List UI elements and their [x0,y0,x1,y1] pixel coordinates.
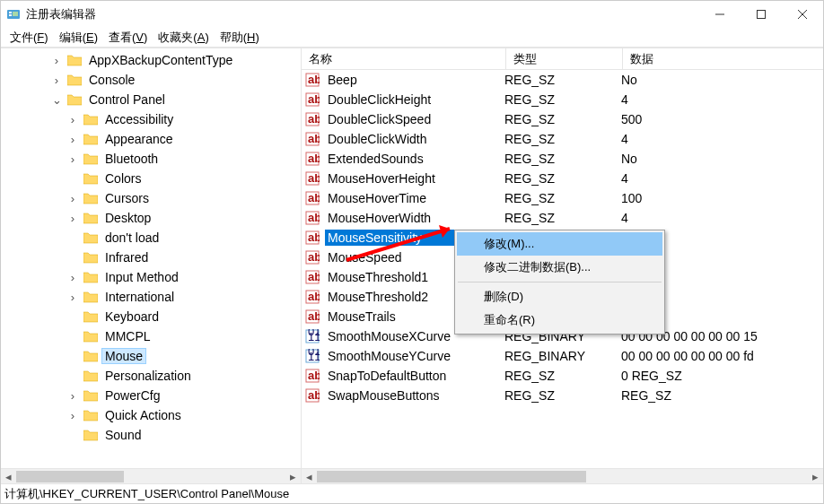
value-type: REG_SZ [504,92,621,107]
value-row[interactable]: abMouseHoverWidthREG_SZ4 [302,208,823,228]
value-name: SnapToDefaultButton [325,368,504,384]
scroll-right-icon[interactable]: ▸ [808,469,823,484]
svg-text:110: 110 [308,330,320,343]
scroll-thumb[interactable] [16,471,124,482]
scroll-track[interactable] [317,469,808,484]
menu-edit[interactable]: 编辑(E) [54,28,103,48]
svg-rect-3 [13,12,18,16]
value-row[interactable]: abMouseHoverHeightREG_SZ4 [302,169,823,188]
value-row[interactable]: abSwapMouseButtonsREG_SZ REG_SZ [302,386,823,405]
column-header-type[interactable]: 类型 [506,48,623,69]
tree-item[interactable]: ⌄Control Panel [1,90,301,109]
ctx-delete[interactable]: 删除(D) [457,285,662,308]
expand-icon[interactable]: › [66,192,80,205]
value-name: SmoothMouseYCurve [325,348,504,364]
expand-icon[interactable]: › [66,389,80,403]
tree-item[interactable]: Sound [1,425,301,445]
tree-item[interactable]: Infrared [1,248,301,267]
scroll-thumb[interactable] [317,471,586,482]
value-data: 0 REG_SZ [621,369,823,383]
tree-label: Control Panel [85,91,169,108]
tree-item[interactable]: ›Input Method [1,267,301,287]
list-scrollbar-h[interactable]: ◂ ▸ [302,468,823,483]
svg-text:ab: ab [308,250,320,264]
value-type: REG_BINARY [504,349,621,363]
app-icon [6,7,21,22]
value-row[interactable]: abSnapToDefaultButtonREG_SZ0 REG_SZ [302,366,823,386]
value-data: 4 [621,171,823,186]
column-header-name[interactable]: 名称 [302,48,506,69]
tree-label: International [101,289,178,305]
tree-label: Accessibility [101,111,177,127]
tree-item[interactable]: ›Appearance [1,129,301,149]
value-data: 4 [621,132,823,146]
tree-item[interactable]: ›International [1,287,301,307]
expand-icon[interactable]: › [66,212,80,225]
list-pane: 名称 类型 数据 abBeepREG_SZNoabDoubleClickHeig… [302,48,823,483]
tree-label: Bluetooth [101,151,162,167]
tree-label: AppXBackupContentType [85,52,236,68]
tree-item[interactable]: ›Accessibility [1,109,301,129]
value-row[interactable]: abDoubleClickSpeedREG_SZ500 [302,109,823,129]
value-name: MouseHoverWidth [325,210,504,226]
expand-icon[interactable]: › [66,291,80,304]
svg-rect-2 [9,14,12,16]
ctx-rename[interactable]: 重命名(R) [457,308,662,332]
expand-icon[interactable]: › [66,271,80,284]
value-row[interactable]: abMouseHoverTimeREG_SZ100 [302,188,823,208]
tree-scrollbar-h[interactable]: ◂ ▸ [1,468,301,483]
ctx-modify[interactable]: 修改(M)... [457,232,662,256]
menu-view[interactable]: 查看(V) [103,28,153,48]
value-row[interactable]: 011110SmoothMouseYCurveREG_BINARY00 00 0… [302,346,823,366]
expand-icon[interactable]: › [49,54,64,67]
value-type: REG_SZ [504,132,621,146]
tree-item[interactable]: MMCPL [1,326,301,346]
tree-item[interactable]: Personalization [1,366,301,386]
scroll-right-icon[interactable]: ▸ [285,469,301,484]
value-data: No [621,152,823,166]
scroll-left-icon[interactable]: ◂ [1,469,16,484]
svg-text:ab: ab [308,230,320,244]
menu-favorites[interactable]: 收藏夹(A) [153,28,214,48]
value-data: 4 [621,211,823,225]
column-header-data[interactable]: 数据 [623,48,823,69]
expand-icon[interactable]: ⌄ [49,93,64,107]
svg-rect-1 [9,12,12,13]
svg-text:ab: ab [308,73,320,86]
tree-item[interactable]: Mouse [1,346,301,366]
expand-icon[interactable]: › [66,113,80,126]
tree-label: Quick Actions [101,407,185,423]
ctx-modify-binary[interactable]: 修改二进制数据(B)... [457,256,662,279]
tree-item[interactable]: Colors [1,169,301,188]
tree-item[interactable]: ›Console [1,70,301,90]
expand-icon[interactable]: › [66,152,80,166]
expand-icon[interactable]: › [66,133,80,146]
value-name: ExtendedSounds [325,151,504,167]
tree-item[interactable]: ›Cursors [1,188,301,208]
scroll-left-icon[interactable]: ◂ [302,469,317,484]
tree-content[interactable]: ›AppXBackupContentType›Console⌄Control P… [1,48,301,468]
value-row[interactable]: abBeepREG_SZNo [302,70,823,90]
tree-item[interactable]: ›PowerCfg [1,386,301,405]
list-body[interactable]: abBeepREG_SZNoabDoubleClickHeightREG_SZ4… [302,70,823,468]
menu-file[interactable]: 文件(F) [4,28,54,48]
expand-icon[interactable]: › [66,409,80,422]
tree-item[interactable]: ›AppXBackupContentType [1,50,301,70]
main-content: ›AppXBackupContentType›Console⌄Control P… [1,48,823,483]
menu-help[interactable]: 帮助(H) [215,28,265,48]
expand-icon[interactable]: › [49,74,64,87]
value-row[interactable]: abExtendedSoundsREG_SZNo [302,149,823,169]
tree-item[interactable]: ›Desktop [1,208,301,228]
minimize-button[interactable] [699,1,741,28]
close-button[interactable] [782,1,823,28]
maximize-button[interactable] [741,1,782,28]
value-row[interactable]: abDoubleClickWidthREG_SZ4 [302,129,823,149]
tree-item[interactable]: ›Bluetooth [1,149,301,169]
tree-item[interactable]: Keyboard [1,307,301,326]
tree-item[interactable]: don't load [1,228,301,248]
menubar: 文件(F) 编辑(E) 查看(V) 收藏夹(A) 帮助(H) [1,28,823,48]
tree-label: Console [85,72,138,88]
tree-item[interactable]: ›Quick Actions [1,405,301,425]
scroll-track[interactable] [16,469,285,484]
value-row[interactable]: abDoubleClickHeightREG_SZ4 [302,90,823,109]
